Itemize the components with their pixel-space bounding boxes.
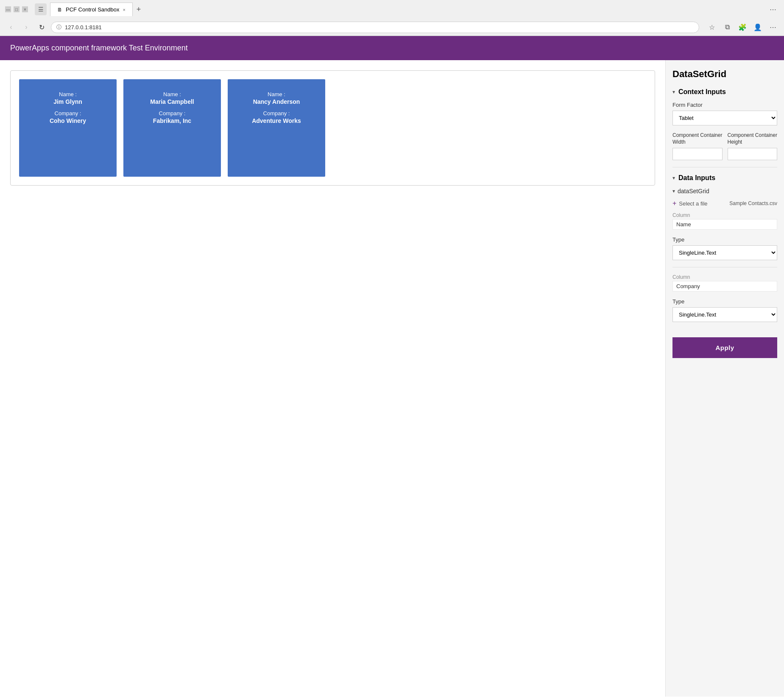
- tab-bar: 🗎 PCF Control Sandbox × +: [50, 3, 760, 16]
- width-input-group: Component Container Width: [672, 132, 723, 160]
- minimize-button[interactable]: —: [5, 6, 11, 12]
- browser-chrome: — □ × ☰ 🗎 PCF Control Sandbox × + ⋯ ‹ › …: [0, 0, 784, 36]
- extensions-icon[interactable]: 🧩: [737, 21, 748, 33]
- apply-button[interactable]: Apply: [672, 337, 777, 358]
- component-area: Name : Jim Glynn Company : Coho Winery N…: [0, 60, 665, 697]
- lock-icon: ⓘ: [56, 24, 61, 31]
- context-inputs-chevron-icon: ▾: [672, 89, 675, 95]
- main-layout: Name : Jim Glynn Company : Coho Winery N…: [0, 60, 784, 697]
- card-2-name-label: Name :: [163, 91, 181, 97]
- width-label: Component Container Width: [672, 132, 723, 145]
- tab-favicon: 🗎: [57, 7, 62, 13]
- forward-button[interactable]: ›: [20, 21, 32, 33]
- new-tab-button[interactable]: +: [133, 3, 145, 15]
- settings-panel: DataSetGrid ▾ Context Inputs Form Factor…: [665, 60, 784, 697]
- container-inputs-row: Component Container Width Component Cont…: [672, 132, 777, 160]
- browser-action-icons: ☆ ⧉ 🧩 👤 ⋯: [706, 21, 779, 33]
- url-text: 127.0.0.1:8181: [65, 24, 102, 31]
- active-tab[interactable]: 🗎 PCF Control Sandbox ×: [50, 3, 133, 16]
- card-jim-glynn[interactable]: Name : Jim Glynn Company : Coho Winery: [19, 79, 117, 177]
- type2-select[interactable]: SingleLine.Text Whole.None DateAndTime.D…: [672, 307, 777, 322]
- card-2-name-value: Maria Campbell: [150, 98, 194, 105]
- column2-value: Company: [672, 281, 777, 292]
- file-name: Sample Contacts.csv: [729, 200, 777, 206]
- form-factor-select[interactable]: Tablet Phone Web: [672, 111, 777, 125]
- refresh-button[interactable]: ↻: [36, 21, 47, 33]
- height-input-group: Component Container Height: [728, 132, 778, 160]
- card-2-company-value: Fabrikam, Inc: [153, 117, 191, 124]
- card-nancy-anderson[interactable]: Name : Nancy Anderson Company : Adventur…: [228, 79, 325, 177]
- card-1-name-value: Jim Glynn: [53, 98, 82, 105]
- data-inputs-section-header[interactable]: ▾ Data Inputs: [672, 174, 777, 182]
- settings-icon[interactable]: ⋯: [767, 3, 779, 15]
- collections-icon[interactable]: ⧉: [721, 21, 733, 33]
- menu-icon[interactable]: ⋯: [767, 21, 779, 33]
- height-label: Component Container Height: [728, 132, 778, 145]
- context-inputs-title: Context Inputs: [678, 88, 726, 96]
- tab-title: PCF Control Sandbox: [66, 6, 119, 13]
- plus-icon: +: [672, 200, 676, 207]
- card-2-company-label: Company :: [159, 110, 186, 117]
- dataset-grid-subsection-header[interactable]: ▾ dataSetGrid: [672, 188, 777, 194]
- address-bar: ‹ › ↻ ⓘ 127.0.0.1:8181 ☆ ⧉ 🧩 👤 ⋯: [0, 19, 784, 36]
- height-input[interactable]: [728, 148, 778, 160]
- column2-label: Column: [672, 274, 777, 280]
- select-file-row[interactable]: + Select a file Sample Contacts.csv: [672, 200, 777, 207]
- close-button[interactable]: ×: [22, 6, 28, 12]
- panel-title: DataSetGrid: [672, 69, 777, 80]
- form-factor-label: Form Factor: [672, 102, 777, 108]
- type2-label: Type: [672, 298, 777, 305]
- card-3-name-label: Name :: [268, 91, 285, 97]
- card-3-company-value: Adventure Works: [252, 117, 301, 124]
- maximize-button[interactable]: □: [14, 6, 20, 12]
- back-button[interactable]: ‹: [5, 21, 17, 33]
- column1-label: Column: [672, 212, 777, 218]
- url-bar[interactable]: ⓘ 127.0.0.1:8181: [51, 22, 699, 33]
- column2-group: Column Company: [672, 274, 777, 292]
- cards-row: Name : Jim Glynn Company : Coho Winery N…: [19, 79, 646, 177]
- card-3-name-value: Nancy Anderson: [253, 98, 300, 105]
- type2-group: Type SingleLine.Text Whole.None DateAndT…: [672, 298, 777, 322]
- data-inputs-chevron-icon: ▾: [672, 175, 675, 181]
- favorites-icon[interactable]: ☆: [706, 21, 718, 33]
- browser-toolbar-icons: ⋯: [767, 3, 779, 15]
- card-maria-campbell[interactable]: Name : Maria Campbell Company : Fabrikam…: [123, 79, 221, 177]
- section-divider-2: [672, 267, 777, 267]
- dataset-grid-subtitle: dataSetGrid: [678, 188, 709, 194]
- sidebar-toggle-icon[interactable]: ☰: [35, 3, 47, 15]
- card-1-company-label: Company :: [55, 110, 81, 117]
- select-file-label[interactable]: Select a file: [679, 200, 707, 207]
- context-inputs-section-header[interactable]: ▾ Context Inputs: [672, 88, 777, 96]
- column1-value: Name: [672, 219, 777, 230]
- section-divider-1: [672, 167, 777, 167]
- profile-icon[interactable]: 👤: [752, 21, 764, 33]
- width-input[interactable]: [672, 148, 723, 160]
- card-3-company-label: Company :: [263, 110, 290, 117]
- card-1-name-label: Name :: [59, 91, 77, 97]
- type1-select[interactable]: SingleLine.Text Whole.None DateAndTime.D…: [672, 245, 777, 260]
- card-1-company-value: Coho Winery: [50, 117, 86, 124]
- app-header-title: PowerApps component framework Test Envir…: [10, 44, 188, 52]
- dataset-grid-chevron-icon: ▾: [672, 188, 675, 194]
- window-controls: — □ ×: [5, 6, 28, 12]
- column1-group: Column Name: [672, 212, 777, 230]
- type1-label: Type: [672, 236, 777, 243]
- title-bar: — □ × ☰ 🗎 PCF Control Sandbox × + ⋯: [0, 0, 784, 19]
- tab-close-icon[interactable]: ×: [123, 7, 125, 12]
- data-inputs-title: Data Inputs: [678, 174, 715, 182]
- type1-group: Type SingleLine.Text Whole.None DateAndT…: [672, 236, 777, 260]
- component-container: Name : Jim Glynn Company : Coho Winery N…: [10, 70, 655, 186]
- app-header: PowerApps component framework Test Envir…: [0, 36, 784, 60]
- form-factor-group: Form Factor Tablet Phone Web: [672, 102, 777, 125]
